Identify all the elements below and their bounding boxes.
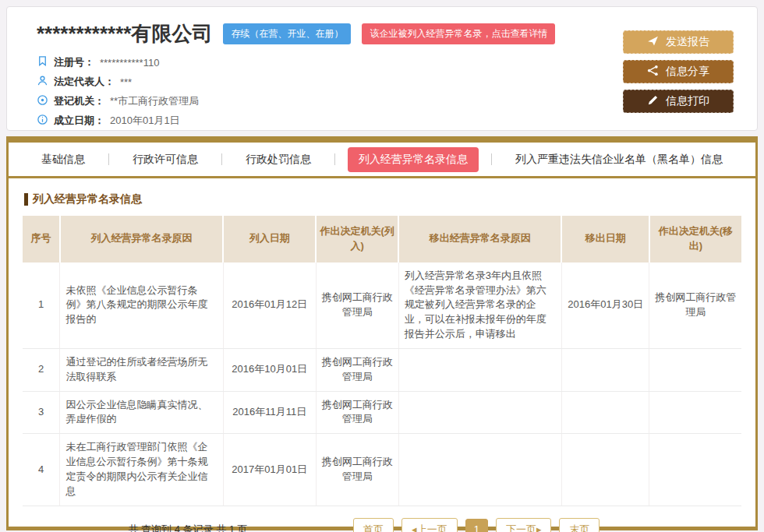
cell-authority-in: 携创网工商行政管理局 [316, 348, 398, 391]
header-reason-out: 移出经营异常名录原因 [398, 216, 561, 262]
certificate-icon [37, 55, 48, 69]
share-icon [647, 65, 659, 79]
tab-administrative-license[interactable]: 行政许可信息 [122, 147, 209, 172]
print-info-button[interactable]: 信息打印 [623, 90, 734, 113]
registration-number-value: ***********110 [100, 57, 159, 69]
current-page-button[interactable]: 1 [465, 519, 488, 532]
cell-reason-in: 未在工商行政管理部门依照《企业信息公示暂行条例》第十条规定责令的期限内公示有关企… [60, 434, 223, 506]
legal-representative-label: 法定代表人： [54, 75, 115, 89]
cell-reason-in: 通过登记的住所或者经营场所无法取得联系 [60, 348, 223, 391]
header-action-buttons: 发送报告 信息分享 信息打印 [623, 30, 734, 113]
cell-reason-in: 未依照《企业信息公示暂行条例》第八条规定的期限公示年度报告的 [60, 262, 223, 349]
cell-date-out [561, 434, 649, 506]
cell-authority-in: 携创网工商行政管理局 [316, 434, 398, 506]
cell-date-out [561, 391, 649, 434]
tab-divider [334, 153, 335, 165]
cell-reason-out [398, 434, 561, 506]
cell-reason-out: 列入经营异常名录3年内且依照《经营异常名录管理办法》第六规定被列入经营异常名录的… [398, 262, 561, 349]
cell-authority-out [649, 348, 741, 391]
cell-authority-in: 携创网工商行政管理局 [316, 391, 398, 434]
cell-date-out [561, 348, 649, 391]
share-info-label: 信息分享 [666, 65, 709, 79]
main-panel: 基础信息 行政许可信息 行政处罚信息 列入经营异常名录信息 列入严重违法失信企业… [6, 136, 758, 530]
tab-serious-violation-blacklist[interactable]: 列入严重违法失信企业名单（黑名单）信息 [504, 147, 734, 172]
header-authority-out: 作出决定机关(移出) [649, 216, 741, 262]
cell-reason-in: 因公示企业信息隐瞒真实情况、弄虚作假的 [60, 391, 223, 434]
next-page-button[interactable]: 下一页▸ [496, 518, 552, 532]
first-page-button[interactable]: 首页 [353, 518, 394, 532]
tab-administrative-penalty[interactable]: 行政处罚信息 [235, 147, 322, 172]
registration-authority-label: 登记机关： [54, 94, 104, 108]
section-title-text: 列入经营异常名录信息 [33, 192, 142, 206]
location-icon [37, 94, 48, 108]
cell-reason-out [398, 348, 561, 391]
tab-divider [221, 153, 222, 165]
abnormal-alert-badge[interactable]: 该企业被列入经营异常名录，点击查看详情 [362, 23, 555, 44]
cell-no: 2 [23, 348, 60, 391]
abnormal-table-body: 1 未依照《企业信息公示暂行条例》第八条规定的期限公示年度报告的 2016年01… [23, 262, 741, 506]
cell-authority-out [649, 391, 741, 434]
cell-no: 4 [23, 434, 60, 506]
send-report-button[interactable]: 发送报告 [623, 30, 734, 54]
abnormal-operations-table: 序号 列入经营异常名录原因 列入日期 作出决定机关(列入) 移出经营异常名录原因… [23, 216, 741, 506]
tab-divider [491, 153, 492, 165]
tab-abnormal-operation-list[interactable]: 列入经营异常名录信息 [348, 147, 479, 172]
establishment-date-label: 成立日期： [54, 114, 104, 128]
info-row-establishment-date: 成立日期： 2010年01月1日 [37, 111, 734, 131]
tab-divider [108, 153, 109, 165]
section-marker [24, 193, 28, 206]
print-info-label: 信息打印 [666, 94, 709, 108]
header-date-out: 移出日期 [561, 216, 649, 262]
cell-no: 3 [23, 391, 60, 434]
table-row: 3 因公示企业信息隐瞒真实情况、弄虚作假的 2016年11月11日 携创网工商行… [23, 391, 741, 434]
header-date-in: 列入日期 [223, 216, 316, 262]
establishment-date-value: 2010年01月1日 [110, 114, 180, 128]
table-row: 1 未依照《企业信息公示暂行条例》第八条规定的期限公示年度报告的 2016年01… [23, 262, 741, 349]
cell-date-in: 2017年01月01日 [223, 434, 316, 506]
header-authority-in: 作出决定机关(列入) [316, 216, 398, 262]
last-page-button[interactable]: 末页 [559, 518, 600, 532]
record-count-summary: 共 查询到 4 条记录 共 1 页 [23, 523, 353, 532]
company-name: ************有限公司 [37, 23, 212, 45]
send-icon [647, 35, 659, 49]
header-reason-in: 列入经营异常名录原因 [60, 216, 223, 262]
table-row: 4 未在工商行政管理部门依照《企业信息公示暂行条例》第十条规定责令的期限内公示有… [23, 434, 741, 506]
cell-authority-out [649, 434, 741, 506]
company-header-card: ************有限公司 存续（在营、开业、在册） 该企业被列入经营异常… [6, 6, 758, 131]
abnormal-list-section: 列入经营异常名录信息 序号 列入经营异常名录原因 列入日期 作出决定机关(列入)… [9, 178, 755, 532]
section-title: 列入经营异常名录信息 [24, 192, 741, 206]
table-header-row: 序号 列入经营异常名录原因 列入日期 作出决定机关(列入) 移出经营异常名录原因… [23, 216, 741, 262]
send-report-label: 发送报告 [666, 35, 709, 49]
cell-authority-in: 携创网工商行政管理局 [316, 262, 398, 349]
cell-reason-out [398, 391, 561, 434]
legal-representative-value: *** [120, 76, 132, 88]
cell-authority-out: 携创网工商行政管理局 [649, 262, 741, 349]
cell-no: 1 [23, 262, 60, 349]
company-status-badge: 存续（在营、开业、在册） [223, 23, 351, 44]
cell-date-in: 2016年01月12日 [223, 262, 316, 349]
pager-buttons: 首页 ◂上一页 1 下一页▸ 末页 [353, 518, 600, 532]
pencil-icon [647, 94, 659, 108]
pagination-bar: 共 查询到 4 条记录 共 1 页 首页 ◂上一页 1 下一页▸ 末页 [23, 518, 741, 532]
cell-date-out: 2016年01月30日 [561, 262, 649, 349]
registration-authority-value: **市工商行政管理局 [110, 94, 199, 108]
cell-date-in: 2016年10月01日 [223, 348, 316, 391]
cell-date-in: 2016年11月11日 [223, 391, 316, 434]
tab-basic-info[interactable]: 基础信息 [30, 147, 96, 172]
header-no: 序号 [23, 216, 60, 262]
person-icon [37, 75, 48, 89]
share-info-button[interactable]: 信息分享 [623, 60, 734, 83]
table-row: 2 通过登记的住所或者经营场所无法取得联系 2016年10月01日 携创网工商行… [23, 348, 741, 391]
registration-number-label: 注册号： [54, 55, 94, 69]
tab-bar: 基础信息 行政许可信息 行政处罚信息 列入经营异常名录信息 列入严重违法失信企业… [9, 143, 755, 178]
info-icon [37, 114, 48, 128]
prev-page-button[interactable]: ◂上一页 [401, 518, 458, 532]
